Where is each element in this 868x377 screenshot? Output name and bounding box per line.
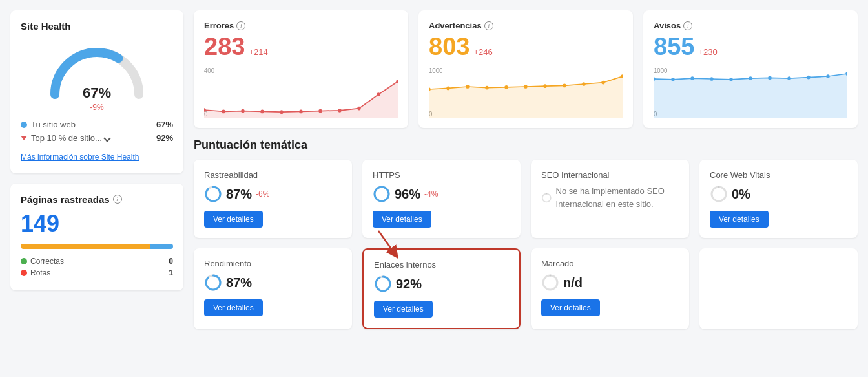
metric-card-advertencias: Advertencias i 803 +246 1000 0	[418, 10, 633, 128]
score-value-row-rendimiento: 87%	[204, 274, 342, 292]
svg-point-37	[749, 76, 752, 80]
pages-card: Páginas rastreadas i 149 Correctas 0 Rot…	[10, 184, 183, 290]
svg-text:1000: 1000	[654, 67, 668, 74]
score-card-core-web-vitals: Core Web Vitals 0% Ver detalles	[699, 160, 858, 238]
metric-value-row-advertencias: 803 +246	[429, 33, 623, 61]
metric-value-row-errores: 283 +214	[204, 33, 398, 61]
svg-point-12	[357, 107, 360, 111]
correctas-dot	[21, 258, 27, 264]
arrow-svg	[375, 228, 401, 260]
top10-value: 92%	[156, 133, 173, 143]
svg-line-51	[378, 231, 395, 253]
site-health-title: Site Health	[21, 21, 173, 32]
metric-chart-advertencias: 1000 0	[429, 66, 623, 118]
score-card-rendimiento: Rendimiento 87% Ver detalles	[194, 248, 352, 329]
metric-info-avisos[interactable]: i	[683, 21, 692, 30]
svg-marker-31	[654, 74, 847, 118]
pages-progress-bar	[21, 244, 173, 249]
btn-details-marcado[interactable]: Ver detalles	[541, 299, 600, 316]
score-value-enlaces-internos: 92%	[396, 277, 422, 292]
metric-label-errores: Errores	[204, 21, 234, 30]
score-value-row-marcado: n/d	[541, 274, 679, 292]
svg-point-20	[466, 85, 469, 89]
legend-your-site: Tu sitio web 67%	[21, 120, 173, 129]
scores-row2-wrapper: Rendimiento 87% Ver detalles Enlaces int…	[194, 248, 858, 329]
top10-chevron[interactable]	[103, 135, 110, 142]
site-health-card: Site Health 67% -9%	[10, 10, 183, 173]
svg-point-7	[260, 110, 264, 114]
score-card-title-marcado: Marcado	[541, 259, 679, 268]
btn-details-rastreabilidad[interactable]: Ver detalles	[204, 211, 263, 228]
svg-point-11	[338, 109, 341, 113]
score-card-rastreabilidad: Rastreabilidad 87% -6% Ver detalles	[194, 160, 352, 238]
rotas-legend: Rotas 1	[21, 268, 173, 277]
rotas-value: 1	[169, 268, 173, 277]
score-delta-https: -4%	[424, 189, 438, 199]
metric-value-advertencias: 803	[429, 33, 470, 61]
gauge-delta: -9%	[83, 103, 111, 112]
metrics-row: Errores i 283 +214 400 0 Advertencias i …	[194, 10, 858, 128]
score-card-title-rendimiento: Rendimiento	[204, 259, 342, 268]
pages-info-icon[interactable]: i	[113, 195, 122, 204]
section-title: Puntuación temática	[194, 138, 858, 152]
gauge-container: 67% -9%	[21, 39, 173, 112]
svg-point-36	[729, 78, 732, 81]
btn-details-rendimiento[interactable]: Ver detalles	[204, 299, 263, 316]
sidebar: Site Health 67% -9%	[10, 10, 183, 329]
scores-row2: Rendimiento 87% Ver detalles Enlaces int…	[194, 248, 858, 329]
btn-details-core-web-vitals[interactable]: Ver detalles	[710, 211, 769, 228]
svg-point-5	[222, 110, 225, 114]
score-na-text-seo-internacional: No se ha implementado SEO Internacional …	[556, 185, 679, 210]
score-card-enlaces-internos: Enlaces internos 92% Ver detalles	[362, 248, 521, 329]
metric-info-errores[interactable]: i	[236, 21, 245, 30]
legend-top10: Top 10 % de sitio... 92%	[21, 133, 173, 143]
svg-point-27	[601, 81, 604, 85]
more-info-link[interactable]: Más información sobre Site Health	[21, 152, 139, 163]
metric-delta-advertencias: +246	[473, 47, 492, 57]
score-delta-rastreabilidad: -6%	[256, 189, 269, 199]
metric-card-errores: Errores i 283 +214 400 0	[194, 10, 408, 128]
correctas-value: 0	[169, 257, 173, 266]
metric-card-avisos: Avisos i 855 +230 1000 0	[643, 10, 858, 128]
svg-point-24	[543, 84, 546, 88]
svg-point-56	[543, 275, 557, 290]
top10-arrow	[21, 136, 27, 140]
pages-title: Páginas rastreadas	[21, 194, 110, 205]
your-site-value: 67%	[156, 120, 173, 129]
svg-point-34	[690, 76, 694, 80]
pages-count: 149	[21, 210, 173, 237]
svg-marker-17	[429, 76, 623, 118]
score-card-title-https: HTTPS	[373, 170, 510, 180]
metric-header-advertencias: Advertencias i	[429, 21, 623, 30]
svg-point-25	[563, 84, 566, 88]
metric-value-row-avisos: 855 +230	[654, 33, 847, 61]
svg-text:400: 400	[204, 67, 215, 74]
metric-value-errores: 283	[204, 33, 245, 61]
svg-point-55	[376, 277, 390, 291]
metric-header-avisos: Avisos i	[654, 21, 847, 30]
score-card-title-enlaces-internos: Enlaces internos	[374, 260, 509, 270]
btn-details-https[interactable]: Ver detalles	[373, 211, 431, 228]
svg-point-41	[826, 74, 829, 78]
scores-row1: Rastreabilidad 87% -6% Ver detalles HTTP…	[194, 160, 858, 238]
metric-chart-errores: 400 0	[204, 66, 398, 118]
svg-point-38	[768, 76, 771, 80]
correctas-legend: Correctas 0	[21, 257, 173, 266]
svg-point-49	[712, 187, 726, 201]
svg-point-19	[446, 87, 450, 91]
svg-point-6	[241, 109, 244, 113]
score-value-row-rastreabilidad: 87% -6%	[204, 185, 342, 203]
score-card-title-core-web-vitals: Core Web Vitals	[710, 170, 847, 180]
metric-info-advertencias[interactable]: i	[484, 21, 493, 30]
svg-point-53	[206, 275, 220, 290]
svg-point-10	[318, 109, 322, 113]
svg-text:1000: 1000	[429, 67, 443, 74]
metric-chart-avisos: 1000 0	[654, 66, 847, 118]
svg-point-39	[787, 76, 790, 80]
svg-point-47	[542, 193, 551, 202]
puntuacion-section: Puntuación temática Rastreabilidad 87% -…	[194, 138, 858, 238]
rotas-dot	[21, 270, 27, 276]
score-value-rendimiento: 87%	[226, 275, 252, 290]
svg-point-21	[485, 86, 488, 90]
btn-details-enlaces-internos[interactable]: Ver detalles	[374, 301, 433, 318]
